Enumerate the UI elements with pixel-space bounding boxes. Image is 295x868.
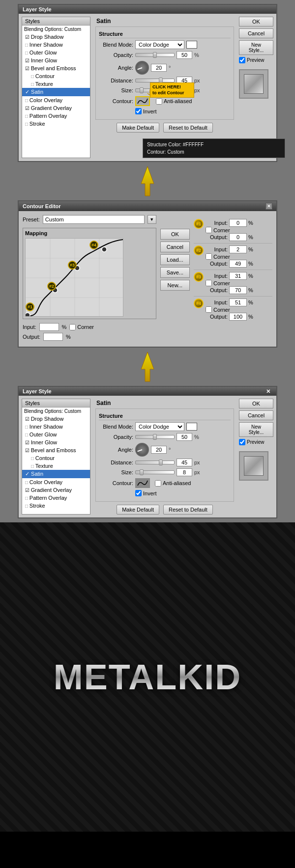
- curve-output-field[interactable]: [43, 333, 63, 341]
- node2-output-label: Output:: [206, 261, 228, 267]
- preview-label-bottom[interactable]: Preview: [239, 439, 273, 445]
- opacity-slider-b[interactable]: [135, 435, 175, 439]
- contour-ok-btn[interactable]: OK: [160, 229, 190, 240]
- invert-label-b[interactable]: Invert: [135, 490, 157, 496]
- invert-label-top[interactable]: Invert: [135, 108, 157, 114]
- size-slider-b[interactable]: [135, 470, 175, 474]
- curve-corner-checkbox[interactable]: [69, 324, 76, 330]
- node4-corner-row: Corner: [206, 306, 253, 313]
- style-item-color-overlay-b[interactable]: Color Overlay: [22, 478, 90, 486]
- make-default-btn-b[interactable]: Make Default: [117, 505, 159, 515]
- blend-color-swatch-b[interactable]: [186, 423, 197, 431]
- invert-checkbox-b[interactable]: [135, 490, 142, 496]
- contour-save-btn[interactable]: Save...: [160, 267, 190, 278]
- node1-input-row: Input: %: [206, 219, 253, 227]
- style-item-outer-glow[interactable]: Outer Glow: [22, 49, 90, 56]
- style-item-inner-glow-b[interactable]: Inner Glow: [22, 438, 90, 446]
- ok-btn-bottom[interactable]: OK: [239, 399, 273, 408]
- contour-edit-btn-b[interactable]: [135, 478, 150, 488]
- contour-edit-btn[interactable]: [135, 96, 150, 106]
- contour-close-btn[interactable]: ✕: [266, 203, 272, 210]
- style-item-inner-glow[interactable]: Inner Glow: [22, 56, 90, 64]
- distance-slider[interactable]: [135, 79, 175, 82]
- node3-corner-checkbox[interactable]: [206, 280, 212, 286]
- node3-input-field[interactable]: [229, 272, 247, 280]
- node2-corner-checkbox[interactable]: [206, 253, 212, 260]
- style-item-bevel[interactable]: Bevel and Emboss: [22, 64, 90, 72]
- style-item-color-overlay[interactable]: Color Overlay: [22, 96, 90, 104]
- style-item-outer-glow-b[interactable]: Outer Glow: [22, 431, 90, 438]
- opacity-input[interactable]: [177, 51, 192, 59]
- angle-dial-b[interactable]: [135, 443, 149, 457]
- style-item-stroke[interactable]: Stroke: [22, 120, 90, 128]
- node1-output-row: Output: %: [206, 233, 253, 241]
- style-item-drop-shadow[interactable]: Drop Shadow: [22, 33, 90, 41]
- node1-output-field[interactable]: [229, 233, 247, 241]
- anti-aliased-label-b[interactable]: Anti-aliased: [155, 480, 191, 487]
- angle-input-b[interactable]: [151, 446, 167, 454]
- ok-btn-top[interactable]: OK: [239, 17, 273, 27]
- blend-mode-select[interactable]: Color Dodge: [135, 40, 184, 49]
- invert-checkbox-top[interactable]: [135, 108, 142, 114]
- node1-corner-checkbox[interactable]: [206, 227, 212, 233]
- opacity-slider[interactable]: [135, 53, 175, 57]
- anti-aliased-checkbox-b[interactable]: [155, 480, 161, 487]
- style-item-drop-shadow-b[interactable]: Drop Shadow: [22, 415, 90, 423]
- style-item-gradient-overlay[interactable]: Gradient Overlay: [22, 104, 90, 112]
- style-item-inner-shadow[interactable]: Inner Shadow: [22, 41, 90, 49]
- style-item-texture[interactable]: Texture: [22, 80, 90, 88]
- node3-output-field[interactable]: [229, 286, 247, 294]
- style-item-contour[interactable]: Contour: [22, 72, 90, 80]
- contour-new-btn[interactable]: New...: [160, 280, 190, 291]
- style-item-contour-b[interactable]: Contour: [22, 454, 90, 462]
- angle-dial[interactable]: [135, 61, 149, 75]
- node2-output-field[interactable]: [229, 260, 247, 268]
- contour-load-btn[interactable]: Load...: [160, 254, 190, 265]
- node1-input-field[interactable]: [229, 219, 247, 227]
- anti-aliased-checkbox[interactable]: [156, 98, 162, 105]
- anti-aliased-label[interactable]: Anti-aliased: [156, 98, 192, 105]
- preset-dropdown-arrow[interactable]: ▼: [148, 215, 156, 224]
- style-item-gradient-overlay-b[interactable]: Gradient Overlay: [22, 486, 90, 494]
- invert-row: Invert: [135, 108, 231, 114]
- style-item-pattern-overlay-b[interactable]: Pattern Overlay: [22, 494, 90, 502]
- node2-input-field[interactable]: [229, 245, 247, 253]
- preset-input[interactable]: [43, 215, 145, 224]
- new-style-btn-top[interactable]: New Style...: [239, 40, 273, 55]
- preview-checkbox-top[interactable]: [239, 57, 245, 63]
- style-item-bevel-b[interactable]: Bevel and Emboss: [22, 446, 90, 454]
- blend-mode-select-b[interactable]: Color Dodge: [135, 422, 184, 431]
- curve-canvas[interactable]: #1 #2 #3 #4: [25, 238, 123, 317]
- style-item-stroke-b[interactable]: Stroke: [22, 502, 90, 510]
- style-item-blending[interactable]: Blending Options: Custom: [22, 26, 90, 33]
- new-style-btn-bottom[interactable]: New Style...: [239, 422, 273, 437]
- node4-output-field[interactable]: [229, 313, 247, 321]
- style-item-pattern-overlay[interactable]: Pattern Overlay: [22, 112, 90, 120]
- style-item-texture-b[interactable]: Texture: [22, 462, 90, 470]
- opacity-input-b[interactable]: [177, 433, 192, 441]
- angle-input[interactable]: [151, 64, 167, 72]
- distance-input-b[interactable]: [177, 459, 192, 466]
- ok-cancel-col-bottom: OK Cancel New Style... Preview: [239, 399, 273, 515]
- reset-default-btn-b[interactable]: Reset to Default: [163, 505, 213, 515]
- cancel-btn-top[interactable]: Cancel: [239, 28, 273, 38]
- size-input-b[interactable]: [177, 468, 192, 476]
- style-item-satin[interactable]: ✓ Satin: [22, 88, 90, 96]
- blend-color-swatch[interactable]: [186, 41, 197, 49]
- style-item-satin-b[interactable]: ✓ Satin: [22, 470, 90, 478]
- reset-default-btn-top[interactable]: Reset to Default: [163, 123, 213, 133]
- curve-input-field[interactable]: [39, 323, 59, 331]
- cancel-btn-bottom[interactable]: Cancel: [239, 410, 273, 420]
- preview-label-top[interactable]: Preview: [239, 57, 273, 63]
- curve-corner-label[interactable]: Corner: [69, 324, 94, 330]
- style-item-inner-shadow-b[interactable]: Inner Shadow: [22, 423, 90, 431]
- node4-input-field[interactable]: [229, 298, 247, 306]
- preview-checkbox-bottom[interactable]: [239, 439, 245, 445]
- contour-cancel-btn[interactable]: Cancel: [160, 242, 190, 252]
- node4-corner-checkbox[interactable]: [206, 306, 212, 313]
- distance-slider-b[interactable]: [135, 461, 175, 464]
- style-item-blending-b[interactable]: Blending Options: Custom: [22, 407, 90, 415]
- node4-corner-label: Corner: [213, 307, 230, 313]
- make-default-btn-top[interactable]: Make Default: [117, 123, 159, 133]
- close-btn-bottom[interactable]: ✕: [266, 388, 270, 395]
